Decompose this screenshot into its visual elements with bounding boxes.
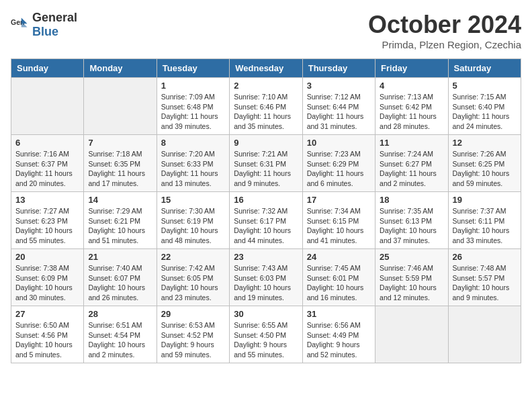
- calendar-cell: 5Sunrise: 7:15 AMSunset: 6:40 PMDaylight…: [448, 78, 521, 135]
- title-area: October 2024 Primda, Plzen Region, Czech…: [368, 11, 521, 50]
- day-detail: Sunrise: 7:10 AMSunset: 6:46 PMDaylight:…: [234, 92, 298, 132]
- calendar-cell: 20Sunrise: 7:38 AMSunset: 6:09 PMDayligh…: [11, 249, 84, 306]
- calendar-cell: 15Sunrise: 7:30 AMSunset: 6:19 PMDayligh…: [157, 192, 229, 249]
- calendar-cell: 12Sunrise: 7:26 AMSunset: 6:25 PMDayligh…: [448, 135, 521, 192]
- calendar-cell: 3Sunrise: 7:12 AMSunset: 6:44 PMDaylight…: [302, 78, 375, 135]
- calendar-cell: [11, 78, 84, 135]
- logo: Gen General Blue: [11, 11, 77, 39]
- day-number: 10: [307, 138, 371, 148]
- day-detail: Sunrise: 6:55 AMSunset: 4:50 PMDaylight:…: [234, 320, 298, 360]
- day-number: 2: [234, 81, 298, 91]
- day-detail: Sunrise: 7:21 AMSunset: 6:31 PMDaylight:…: [234, 149, 298, 189]
- weekday-header: Sunday: [11, 59, 84, 78]
- weekday-header: Saturday: [448, 59, 521, 78]
- day-detail: Sunrise: 7:24 AMSunset: 6:27 PMDaylight:…: [380, 149, 443, 189]
- day-detail: Sunrise: 7:46 AMSunset: 5:59 PMDaylight:…: [380, 263, 443, 303]
- day-number: 26: [453, 252, 517, 262]
- day-number: 20: [15, 252, 79, 262]
- day-number: 6: [15, 138, 79, 148]
- calendar-cell: 2Sunrise: 7:10 AMSunset: 6:46 PMDaylight…: [230, 78, 302, 135]
- calendar-cell: 18Sunrise: 7:35 AMSunset: 6:13 PMDayligh…: [375, 192, 448, 249]
- calendar-cell: 13Sunrise: 7:27 AMSunset: 6:23 PMDayligh…: [11, 192, 84, 249]
- day-number: 18: [380, 195, 443, 205]
- day-detail: Sunrise: 7:42 AMSunset: 6:05 PMDaylight:…: [161, 263, 225, 303]
- day-detail: Sunrise: 7:20 AMSunset: 6:33 PMDaylight:…: [161, 149, 225, 189]
- day-number: 30: [234, 309, 298, 319]
- day-number: 16: [234, 195, 298, 205]
- header: Gen General Blue October 2024 Primda, Pl…: [11, 11, 521, 50]
- day-number: 25: [380, 252, 443, 262]
- day-number: 4: [380, 81, 443, 91]
- day-detail: Sunrise: 7:30 AMSunset: 6:19 PMDaylight:…: [161, 206, 225, 246]
- day-number: 1: [161, 81, 225, 91]
- calendar-cell: 9Sunrise: 7:21 AMSunset: 6:31 PMDaylight…: [230, 135, 302, 192]
- day-detail: Sunrise: 7:18 AMSunset: 6:35 PMDaylight:…: [88, 149, 152, 189]
- day-detail: Sunrise: 7:16 AMSunset: 6:37 PMDaylight:…: [15, 149, 79, 189]
- day-number: 13: [15, 195, 79, 205]
- calendar-week-row: 13Sunrise: 7:27 AMSunset: 6:23 PMDayligh…: [11, 192, 521, 249]
- calendar-cell: 28Sunrise: 6:51 AMSunset: 4:54 PMDayligh…: [84, 306, 157, 363]
- day-detail: Sunrise: 6:51 AMSunset: 4:54 PMDaylight:…: [88, 320, 152, 360]
- day-number: 14: [88, 195, 152, 205]
- day-number: 19: [453, 195, 517, 205]
- calendar-cell: 22Sunrise: 7:42 AMSunset: 6:05 PMDayligh…: [157, 249, 229, 306]
- location-subtitle: Primda, Plzen Region, Czechia: [368, 39, 521, 50]
- logo-icon: Gen: [11, 15, 30, 34]
- day-detail: Sunrise: 7:40 AMSunset: 6:07 PMDaylight:…: [88, 263, 152, 303]
- day-number: 9: [234, 138, 298, 148]
- weekday-header: Monday: [84, 59, 157, 78]
- calendar-cell: 1Sunrise: 7:09 AMSunset: 6:48 PMDaylight…: [157, 78, 229, 135]
- calendar-cell: 14Sunrise: 7:29 AMSunset: 6:21 PMDayligh…: [84, 192, 157, 249]
- day-number: 12: [453, 138, 517, 148]
- day-number: 7: [88, 138, 152, 148]
- day-detail: Sunrise: 7:32 AMSunset: 6:17 PMDaylight:…: [234, 206, 298, 246]
- day-detail: Sunrise: 7:15 AMSunset: 6:40 PMDaylight:…: [453, 92, 517, 132]
- logo-blue: Blue: [32, 25, 58, 38]
- logo-text: General Blue: [32, 11, 77, 39]
- weekday-header: Thursday: [302, 59, 375, 78]
- day-number: 17: [307, 195, 371, 205]
- day-number: 22: [161, 252, 225, 262]
- weekday-row: SundayMondayTuesdayWednesdayThursdayFrid…: [11, 59, 521, 78]
- day-detail: Sunrise: 7:26 AMSunset: 6:25 PMDaylight:…: [453, 149, 517, 189]
- calendar-cell: 17Sunrise: 7:34 AMSunset: 6:15 PMDayligh…: [302, 192, 375, 249]
- day-number: 31: [307, 309, 371, 319]
- calendar-cell: [84, 78, 157, 135]
- day-number: 21: [88, 252, 152, 262]
- calendar-week-row: 27Sunrise: 6:50 AMSunset: 4:56 PMDayligh…: [11, 306, 521, 363]
- calendar-week-row: 20Sunrise: 7:38 AMSunset: 6:09 PMDayligh…: [11, 249, 521, 306]
- day-number: 8: [161, 138, 225, 148]
- day-detail: Sunrise: 7:13 AMSunset: 6:42 PMDaylight:…: [380, 92, 443, 132]
- day-detail: Sunrise: 7:45 AMSunset: 6:01 PMDaylight:…: [307, 263, 371, 303]
- weekday-header: Friday: [375, 59, 448, 78]
- calendar-cell: 27Sunrise: 6:50 AMSunset: 4:56 PMDayligh…: [11, 306, 84, 363]
- day-detail: Sunrise: 7:27 AMSunset: 6:23 PMDaylight:…: [15, 206, 79, 246]
- day-detail: Sunrise: 7:43 AMSunset: 6:03 PMDaylight:…: [234, 263, 298, 303]
- day-detail: Sunrise: 7:48 AMSunset: 5:57 PMDaylight:…: [453, 263, 517, 303]
- calendar-cell: 11Sunrise: 7:24 AMSunset: 6:27 PMDayligh…: [375, 135, 448, 192]
- calendar-cell: 25Sunrise: 7:46 AMSunset: 5:59 PMDayligh…: [375, 249, 448, 306]
- day-number: 23: [234, 252, 298, 262]
- calendar-cell: 6Sunrise: 7:16 AMSunset: 6:37 PMDaylight…: [11, 135, 84, 192]
- calendar-cell: [375, 306, 448, 363]
- calendar-cell: 30Sunrise: 6:55 AMSunset: 4:50 PMDayligh…: [230, 306, 302, 363]
- calendar-week-row: 6Sunrise: 7:16 AMSunset: 6:37 PMDaylight…: [11, 135, 521, 192]
- day-number: 11: [380, 138, 443, 148]
- day-detail: Sunrise: 6:50 AMSunset: 4:56 PMDaylight:…: [15, 320, 79, 360]
- month-title: October 2024: [368, 11, 521, 39]
- calendar-week-row: 1Sunrise: 7:09 AMSunset: 6:48 PMDaylight…: [11, 78, 521, 135]
- day-detail: Sunrise: 6:56 AMSunset: 4:49 PMDaylight:…: [307, 320, 371, 360]
- weekday-header: Tuesday: [157, 59, 229, 78]
- logo-general: General: [32, 11, 77, 24]
- day-detail: Sunrise: 7:23 AMSunset: 6:29 PMDaylight:…: [307, 149, 371, 189]
- calendar: SundayMondayTuesdayWednesdayThursdayFrid…: [11, 58, 521, 363]
- calendar-header: SundayMondayTuesdayWednesdayThursdayFrid…: [11, 59, 521, 78]
- day-detail: Sunrise: 7:34 AMSunset: 6:15 PMDaylight:…: [307, 206, 371, 246]
- calendar-cell: 29Sunrise: 6:53 AMSunset: 4:52 PMDayligh…: [157, 306, 229, 363]
- day-detail: Sunrise: 7:37 AMSunset: 6:11 PMDaylight:…: [453, 206, 517, 246]
- calendar-cell: 16Sunrise: 7:32 AMSunset: 6:17 PMDayligh…: [230, 192, 302, 249]
- day-number: 24: [307, 252, 371, 262]
- day-number: 27: [15, 309, 79, 319]
- day-number: 15: [161, 195, 225, 205]
- day-detail: Sunrise: 7:29 AMSunset: 6:21 PMDaylight:…: [88, 206, 152, 246]
